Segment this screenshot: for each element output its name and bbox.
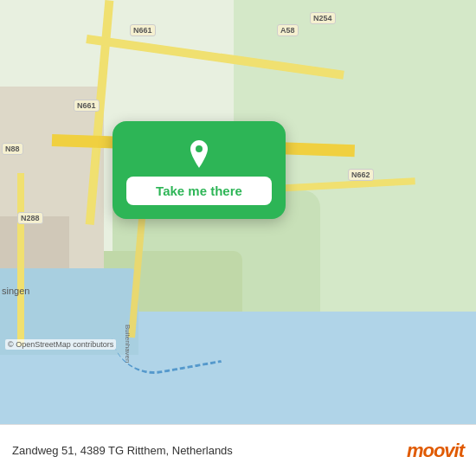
road-label-buitenhaven: Buitenhaven [124,325,132,363]
location-pin-icon [183,138,215,170]
moovit-logo-text: moovit [407,440,464,462]
map-container: N661 N661 N254 A58 A58 N662 N662 N288 N8… [0,0,476,424]
copyright-text: © OpenStreetMap contributors [5,339,116,350]
moovit-logo: moovit [407,440,464,462]
road-label-n662-right: N662 [348,169,374,181]
road-label-n288: N288 [17,212,43,224]
city-label-singen: singen [2,286,29,296]
svg-point-0 [196,145,203,152]
overlay-card: Take me there [113,121,286,219]
road-n288 [17,173,24,346]
road-label-n88: N88 [2,143,23,155]
bottom-bar: Zandweg 51, 4389 TG Ritthem, Netherlands… [0,424,476,476]
address-text: Zandweg 51, 4389 TG Ritthem, Netherlands [12,444,233,457]
road-label-n661-top: N661 [130,24,156,36]
take-me-there-button[interactable]: Take me there [126,177,272,205]
road-label-a58-top: A58 [277,24,299,36]
road-label-n661-mid: N661 [74,100,100,112]
road-label-n254: N254 [310,12,336,24]
